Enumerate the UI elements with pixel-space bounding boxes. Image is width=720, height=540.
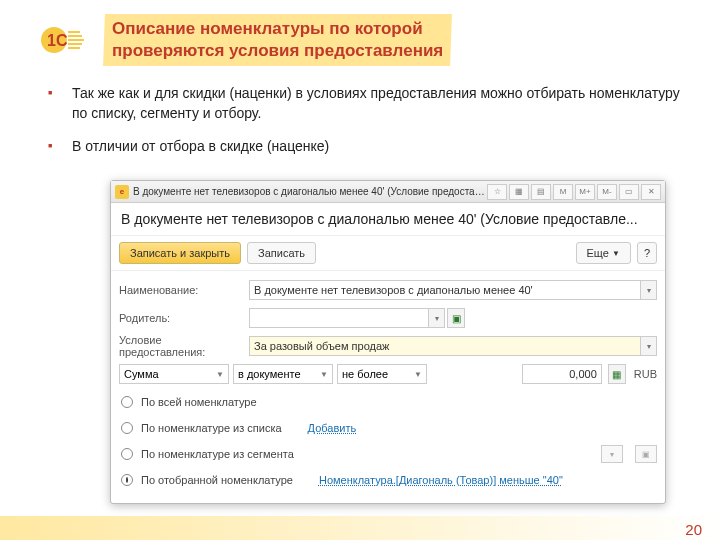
titlebar-restore-button[interactable]: ▭ [619,184,639,200]
page-number: 20 [685,521,702,538]
calculator-icon[interactable]: ▦ [608,364,626,384]
svg-text:1C: 1C [47,32,68,49]
app-icon: e [115,185,129,199]
scope-select[interactable]: в документе▼ [233,364,333,384]
titlebar-mminus-button[interactable]: M- [597,184,617,200]
row-condition: Условие предоставления: ▾ [119,333,657,359]
label-condition: Условие предоставления: [119,334,249,358]
title-line2: проверяются условия предоставления [112,41,443,60]
row-params: Сумма▼ в документе▼ не более▼ ▦ RUB [119,361,657,387]
radio-row-filter: По отобранной номенклатуре Номенклатура.… [119,467,657,493]
segment-dropdown-icon[interactable]: ▾ [601,445,623,463]
currency-label: RUB [634,368,657,380]
radio-all-label: По всей номенклатуре [141,396,257,408]
titlebar-mplus-button[interactable]: M+ [575,184,595,200]
form-body: Наименование: ▾ Родитель: ▾ ▣ Условие пр… [111,271,665,503]
window-titlebar[interactable]: e В документе нет телевизоров с диагонал… [111,181,665,203]
bullet-item: В отличии от отбора в скидке (наценке) [60,137,680,157]
more-button[interactable]: Еще ▼ [576,242,631,264]
chevron-down-icon: ▼ [612,249,620,258]
name-input[interactable] [249,280,641,300]
radio-segment-label: По номенклатуре из сегмента [141,448,294,460]
titlebar-m-button[interactable]: M [553,184,573,200]
radio-list-nomen[interactable] [121,422,133,434]
titlebar-grid-button[interactable]: ▦ [509,184,529,200]
window-title: В документе нет телевизоров с диагональю… [133,186,485,197]
app-window: e В документе нет телевизоров с диагонал… [110,180,666,504]
label-parent: Родитель: [119,312,249,324]
radio-row-list: По номенклатуре из списка Добавить [119,415,657,441]
document-heading: В документе нет телевизоров с диалональю… [111,203,665,236]
save-and-close-button[interactable]: Записать и закрыть [119,242,241,264]
bullet-list: Так же как и для скидки (наценки) в усло… [0,74,720,157]
save-button[interactable]: Записать [247,242,316,264]
toolbar: Записать и закрыть Записать Еще ▼ ? [111,236,665,271]
titlebar-calc-button[interactable]: ▤ [531,184,551,200]
filter-expression-link[interactable]: Номенклатура.[Диагональ (Товар)] меньше … [319,474,563,486]
parent-dropdown-icon[interactable]: ▾ [429,308,445,328]
radio-filter-nomen[interactable] [121,474,133,486]
footer-band [0,516,720,540]
compare-select[interactable]: не более▼ [337,364,427,384]
row-name: Наименование: ▾ [119,277,657,303]
slide-header: 1C Описание номенклатуры по которой пров… [0,0,720,74]
label-name: Наименование: [119,284,249,296]
amount-input[interactable] [522,364,602,384]
radio-all-nomen[interactable] [121,396,133,408]
radio-segment-nomen[interactable] [121,448,133,460]
radio-row-all: По всей номенклатуре [119,389,657,415]
row-parent: Родитель: ▾ ▣ [119,305,657,331]
logo-1c: 1C [40,22,100,58]
titlebar-close-button[interactable]: ✕ [641,184,661,200]
chevron-down-icon: ▼ [320,370,328,379]
bullet-item: Так же как и для скидки (наценки) в усло… [60,84,680,123]
titlebar-fav-button[interactable]: ☆ [487,184,507,200]
name-dropdown-icon[interactable]: ▾ [641,280,657,300]
radio-row-segment: По номенклатуре из сегмента ▾ ▣ [119,441,657,467]
add-link[interactable]: Добавить [308,422,357,434]
segment-open-icon[interactable]: ▣ [635,445,657,463]
parent-open-button[interactable]: ▣ [447,308,465,328]
radio-filter-label: По отобранной номенклатуре [141,474,293,486]
radio-list-label: По номенклатуре из списка [141,422,282,434]
slide-title: Описание номенклатуры по которой проверя… [112,18,443,62]
help-button[interactable]: ? [637,242,657,264]
condition-dropdown-icon[interactable]: ▾ [641,336,657,356]
metric-select[interactable]: Сумма▼ [119,364,229,384]
chevron-down-icon: ▼ [414,370,422,379]
parent-input[interactable] [249,308,429,328]
chevron-down-icon: ▼ [216,370,224,379]
condition-input[interactable] [249,336,641,356]
title-line1: Описание номенклатуры по которой [112,19,423,38]
